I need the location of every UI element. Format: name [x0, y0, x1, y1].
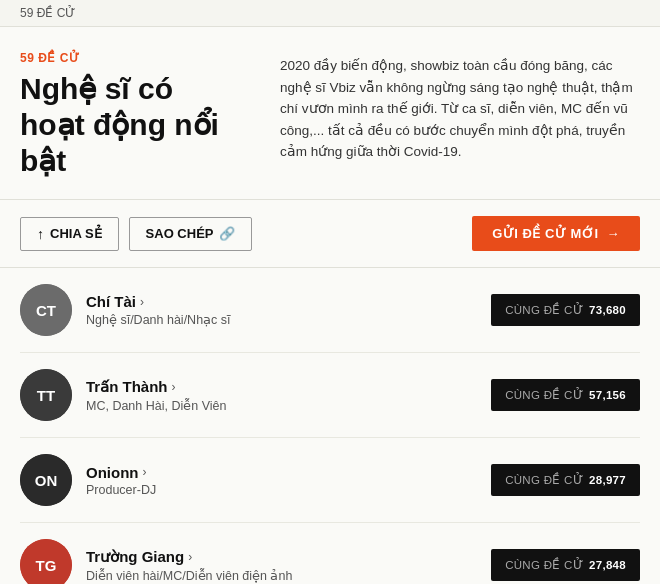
arrow-icon: → [607, 226, 621, 241]
vote-count: 28,977 [589, 474, 626, 486]
nominee-avatar: CT [20, 284, 72, 336]
vote-prefix: CÙNG ĐỀ CỬ [505, 388, 583, 402]
vote-button[interactable]: CÙNG ĐỀ CỬ 27,848 [491, 549, 640, 581]
copy-label: SAO CHÉP [146, 226, 214, 241]
share-icon: ↑ [37, 226, 44, 242]
vote-button[interactable]: CÙNG ĐỀ CỬ 57,156 [491, 379, 640, 411]
vote-button[interactable]: CÙNG ĐỀ CỬ 73,680 [491, 294, 640, 326]
vote-prefix: CÙNG ĐỀ CỬ [505, 558, 583, 572]
svg-text:CT: CT [36, 302, 56, 319]
nominee-name: Trấn Thành [86, 378, 168, 396]
vote-count: 73,680 [589, 304, 626, 316]
nominee-row: ON Onionn ›Producer-DJCÙNG ĐỀ CỬ 28,977 [20, 438, 640, 523]
nominee-role: Nghệ sĩ/Danh hài/Nhạc sĩ [86, 312, 491, 327]
nominee-name: Trường Giang [86, 548, 184, 566]
nominee-info: Onionn ›Producer-DJ [86, 464, 491, 497]
vote-count: 27,848 [589, 559, 626, 571]
vote-button[interactable]: CÙNG ĐỀ CỬ 28,977 [491, 464, 640, 496]
header-description: 2020 đầy biến động, showbiz toàn cầu đón… [280, 51, 640, 179]
nominees-list: CT Chí Tài ›Nghệ sĩ/Danh hài/Nhạc sĩCÙNG… [0, 268, 660, 584]
svg-text:ON: ON [35, 472, 58, 489]
svg-text:TG: TG [36, 557, 57, 574]
submit-nomination-button[interactable]: GỬI ĐỀ CỬ MỚI → [472, 216, 640, 251]
nominee-name: Chí Tài [86, 293, 136, 310]
share-button[interactable]: ↑ CHIA SẺ [20, 217, 119, 251]
actions-left: ↑ CHIA SẺ SAO CHÉP 🔗 [20, 217, 252, 251]
nominee-avatar: ON [20, 454, 72, 506]
topbar-text: 59 ĐỀ CỬ [20, 6, 75, 20]
share-label: CHIA SẺ [50, 226, 102, 241]
nominee-name-row[interactable]: Trấn Thành › [86, 378, 491, 396]
nominee-info: Trấn Thành ›MC, Danh Hài, Diễn Viên [86, 378, 491, 413]
nominee-role: MC, Danh Hài, Diễn Viên [86, 398, 491, 413]
nominee-row: TG Trường Giang ›Diễn viên hài/MC/Diễn v… [20, 523, 640, 584]
nominee-name: Onionn [86, 464, 139, 481]
nominee-role: Diễn viên hài/MC/Diễn viên điện ảnh [86, 568, 491, 583]
vote-prefix: CÙNG ĐỀ CỬ [505, 473, 583, 487]
nominee-name-row[interactable]: Onionn › [86, 464, 491, 481]
nominee-avatar: TT [20, 369, 72, 421]
header-section: 59 ĐỀ CỬ Nghệ sĩ có hoạt động nổi bật 20… [0, 27, 660, 200]
header-left: 59 ĐỀ CỬ Nghệ sĩ có hoạt động nổi bật [20, 51, 250, 179]
nominee-avatar: TG [20, 539, 72, 584]
actions-bar: ↑ CHIA SẺ SAO CHÉP 🔗 GỬI ĐỀ CỬ MỚI → [0, 200, 660, 268]
chevron-icon: › [188, 550, 192, 564]
submit-label: GỬI ĐỀ CỬ MỚI [492, 226, 598, 241]
nominee-row: CT Chí Tài ›Nghệ sĩ/Danh hài/Nhạc sĩCÙNG… [20, 268, 640, 353]
chevron-icon: › [172, 380, 176, 394]
svg-text:TT: TT [37, 387, 55, 404]
nomination-count: 59 ĐỀ CỬ [20, 51, 250, 65]
nominee-role: Producer-DJ [86, 483, 491, 497]
chevron-icon: › [140, 295, 144, 309]
copy-button[interactable]: SAO CHÉP 🔗 [129, 217, 253, 251]
nominee-row: TT Trấn Thành ›MC, Danh Hài, Diễn ViênCÙ… [20, 353, 640, 438]
link-icon: 🔗 [219, 226, 235, 241]
chevron-icon: › [143, 465, 147, 479]
page-title: Nghệ sĩ có hoạt động nổi bật [20, 71, 250, 179]
vote-count: 57,156 [589, 389, 626, 401]
top-bar: 59 ĐỀ CỬ [0, 0, 660, 27]
nominee-info: Trường Giang ›Diễn viên hài/MC/Diễn viên… [86, 548, 491, 583]
nominee-name-row[interactable]: Chí Tài › [86, 293, 491, 310]
nominee-info: Chí Tài ›Nghệ sĩ/Danh hài/Nhạc sĩ [86, 293, 491, 327]
vote-prefix: CÙNG ĐỀ CỬ [505, 303, 583, 317]
nominee-name-row[interactable]: Trường Giang › [86, 548, 491, 566]
